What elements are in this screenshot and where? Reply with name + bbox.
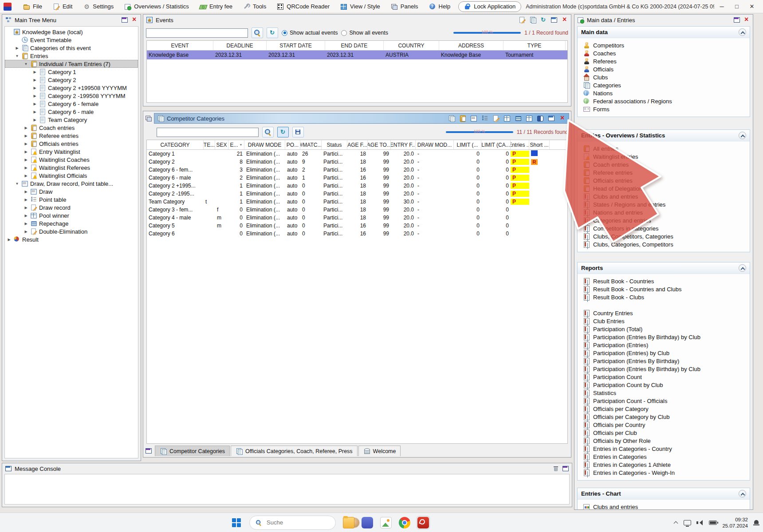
nav-item[interactable]: Clubs, Competitors, Categories (578, 232, 750, 240)
category-table-row[interactable]: Category 2 8 Elimination (... auto 9 Par… (147, 158, 567, 166)
nav-item[interactable]: Clubs, Categories, Competitors (578, 240, 750, 248)
sportdata-app-icon[interactable] (417, 517, 429, 528)
category-table-row[interactable]: Category 6 - fem... 3 Elimination (... a… (147, 166, 567, 174)
expander-icon[interactable]: ▶ (32, 78, 37, 82)
panel-tab[interactable]: Welcome (358, 446, 401, 456)
taskbar-search-input[interactable] (266, 519, 346, 526)
tree-item[interactable]: ▼ Draw, Draw record, Point table... (5, 180, 138, 188)
close-icon[interactable] (561, 16, 568, 23)
nav-item[interactable]: Participation Count (578, 373, 750, 381)
expander-icon[interactable]: ▶ (32, 70, 37, 74)
column-header-status[interactable]: Status (322, 140, 347, 149)
tree-item[interactable]: ▶ Category 6 - male (5, 108, 138, 116)
tree-item[interactable]: Knowledge Base (local) (5, 28, 138, 36)
copy-icon[interactable] (529, 16, 536, 23)
nav-item[interactable]: Participation Count - Officials (578, 397, 750, 405)
expander-icon[interactable]: ▶ (24, 126, 28, 130)
expander-icon[interactable]: ▶ (32, 86, 37, 90)
expander-icon[interactable]: ▶ (24, 150, 28, 154)
tray-expand-icon[interactable] (674, 520, 678, 525)
category-table-row[interactable]: Team Category t 1 Elimination (... auto … (147, 198, 567, 206)
battery-icon[interactable] (709, 520, 717, 525)
collapse-chevron-icon[interactable] (739, 28, 746, 36)
tree-item[interactable]: ▶ Waitinglist Officials (5, 172, 138, 180)
expander-icon[interactable]: ▶ (24, 206, 28, 210)
edit-event-icon[interactable] (519, 16, 526, 23)
menu-item[interactable]: Panels (385, 0, 424, 13)
close-icon[interactable] (559, 115, 566, 122)
tree-item[interactable]: ▶ Waitinglist Referees (5, 164, 138, 172)
panel-tab[interactable]: Officials Categories, Coach, Referee, Pr… (231, 446, 358, 456)
expander-icon[interactable]: ▶ (24, 190, 28, 194)
menu-item[interactable]: File (18, 0, 47, 13)
nav-item[interactable]: Result Book - Clubs (578, 293, 750, 301)
events-table-row[interactable]: Knowledge Base 2023.12.31 2023.12.31 202… (147, 51, 567, 59)
expander-icon[interactable]: ▶ (32, 110, 37, 114)
category-table-row[interactable]: Category 1 21 Elimination (... auto 26 P… (147, 150, 567, 158)
tree-item[interactable]: ▶ Categories of this event (5, 44, 138, 52)
tree-item[interactable]: ▶ Officials entries (5, 140, 138, 148)
column-header-short[interactable]: Short ... (529, 140, 550, 149)
nav-item[interactable]: Head of Delegation (578, 184, 750, 192)
expander-icon[interactable]: ▶ (15, 46, 20, 50)
close-icon[interactable] (131, 16, 138, 23)
nav-item[interactable]: Participation (Entries) (578, 341, 750, 349)
column-header-country[interactable]: COUNTRY (384, 41, 439, 50)
nav-item[interactable]: All entries (578, 145, 750, 153)
nav-item[interactable]: Nations (578, 89, 750, 97)
column-header-age-to[interactable]: AGE TO... (368, 140, 391, 149)
tree-item[interactable]: Event Timetable (5, 36, 138, 44)
tree-item[interactable]: ▶ Draw (5, 188, 138, 196)
menu-item[interactable]: Help (424, 0, 456, 13)
nav-item[interactable]: Entries in Categories 1 Athlete (578, 461, 750, 469)
column-header-po[interactable]: PO... (285, 140, 300, 149)
expander-icon[interactable]: ▼ (15, 54, 20, 58)
column-header-limit-ca[interactable]: LIMIT (CA... (481, 140, 511, 149)
tree-item[interactable]: ▶ Draw record (5, 203, 138, 211)
tree-item[interactable]: ▶ Point table (5, 196, 138, 203)
tree-item[interactable]: ▶ Entry Waitinglist (5, 148, 138, 156)
nav-item[interactable]: Entries in Categories - Country (578, 445, 750, 453)
tree-item[interactable]: ▶ Coach entries (5, 124, 138, 132)
expander-icon[interactable]: ▶ (24, 198, 28, 202)
chat-app-icon[interactable] (362, 517, 373, 528)
nav-item[interactable]: Clubs (578, 73, 750, 81)
column-header-deadline[interactable]: DEADLINE (213, 41, 267, 50)
collapse-chevron-icon[interactable] (739, 264, 746, 272)
taskbar-search[interactable] (249, 516, 336, 530)
menu-item[interactable]: QRCode Reader (271, 0, 335, 13)
menu-item[interactable]: Tools (238, 0, 271, 13)
category-table-row[interactable]: Category 2 -1995... 1 Elimination (... a… (147, 190, 567, 198)
nav-item[interactable]: Club Entries (578, 317, 750, 325)
panel-tab[interactable]: Competitor Categories (155, 446, 230, 456)
nav-item[interactable]: Result Book - Countries (578, 277, 750, 285)
nav-item[interactable]: Participation (Entries By Birthday) by C… (578, 333, 750, 341)
maximize-icon[interactable] (551, 16, 558, 23)
column-header-entries[interactable]: E...▼ (228, 140, 244, 149)
nav-item[interactable]: States / Regions and entries (578, 200, 750, 208)
tree-item[interactable]: ▶ Category 2 +199508 YYYYMM (5, 84, 138, 92)
nav-item[interactable]: Result Book - Countries and Clubs (578, 285, 750, 293)
search-button[interactable] (252, 27, 263, 38)
pool-winner-icon[interactable] (503, 115, 511, 122)
menu-item[interactable]: Entry fee (194, 0, 238, 13)
paste-icon[interactable] (459, 115, 466, 122)
nav-item[interactable]: Clubs and entries (578, 192, 750, 200)
nav-item[interactable]: Referees (578, 57, 750, 65)
tree-item[interactable]: ▼ Entries (5, 52, 138, 60)
column-header-draw-mod[interactable]: DRAW MOD... (416, 140, 454, 149)
taskbar-clock[interactable]: 09:32 25.07.2024 (722, 516, 748, 529)
maximize-icon[interactable] (121, 16, 128, 23)
refresh-icon[interactable] (540, 16, 547, 23)
nav-item[interactable]: Officials by Other Role (578, 437, 750, 445)
column-header-team[interactable]: TE... (204, 140, 215, 149)
copy-icon[interactable] (448, 115, 455, 122)
nav-item[interactable]: Statistics (578, 389, 750, 397)
expander-icon[interactable]: ▶ (24, 222, 28, 226)
category-table-row[interactable]: Category 6 0 Elimination (... auto 0 Par… (147, 230, 567, 238)
minimize-button[interactable]: ─ (714, 3, 729, 10)
tree-item[interactable]: ▶ Category 6 - female (5, 100, 138, 108)
nav-item[interactable]: Categories (578, 81, 750, 89)
nav-item[interactable]: Coach entries (578, 160, 750, 168)
maximize-icon[interactable] (562, 465, 569, 472)
